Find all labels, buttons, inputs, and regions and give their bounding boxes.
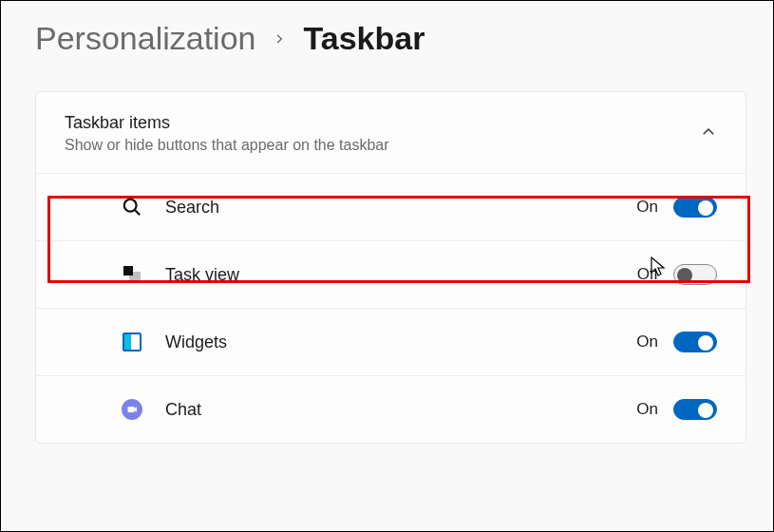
- chevron-right-icon: [273, 27, 286, 51]
- breadcrumb-current: Taskbar: [303, 20, 425, 57]
- section-subtitle: Show or hide buttons that appear on the …: [65, 137, 700, 154]
- item-state: On: [636, 400, 658, 419]
- item-state: On: [636, 332, 658, 352]
- item-label: Search: [165, 198, 636, 218]
- chevron-up-icon[interactable]: [700, 124, 717, 144]
- item-state: On: [636, 198, 658, 217]
- taskbar-item-widgets: Widgets On: [36, 308, 746, 375]
- svg-marker-3: [135, 408, 138, 412]
- chat-icon: [120, 397, 144, 422]
- item-label: Task view: [165, 265, 637, 285]
- item-label: Chat: [165, 400, 636, 420]
- item-state: Off: [637, 265, 658, 284]
- taskbar-item-chat: Chat On: [36, 375, 746, 443]
- item-label: Widgets: [165, 332, 636, 352]
- task-view-icon: [120, 262, 144, 287]
- svg-rect-2: [128, 407, 135, 412]
- taskbar-items-card: Taskbar items Show or hide buttons that …: [35, 91, 746, 444]
- breadcrumb-parent[interactable]: Personalization: [35, 20, 255, 57]
- taskbar-items-header[interactable]: Taskbar items Show or hide buttons that …: [36, 92, 746, 173]
- search-icon: [120, 195, 144, 219]
- taskbar-item-search: Search On: [36, 173, 746, 240]
- widgets-toggle[interactable]: [673, 332, 717, 352]
- section-title: Taskbar items: [65, 113, 700, 133]
- search-toggle[interactable]: [673, 197, 717, 218]
- chat-toggle[interactable]: [673, 399, 717, 420]
- widgets-icon: [120, 330, 144, 354]
- task-view-toggle[interactable]: [673, 264, 717, 285]
- taskbar-item-task-view: Task view Off: [36, 240, 746, 308]
- breadcrumb: Personalization Taskbar: [1, 1, 773, 74]
- svg-line-1: [135, 210, 140, 215]
- svg-point-0: [124, 200, 137, 212]
